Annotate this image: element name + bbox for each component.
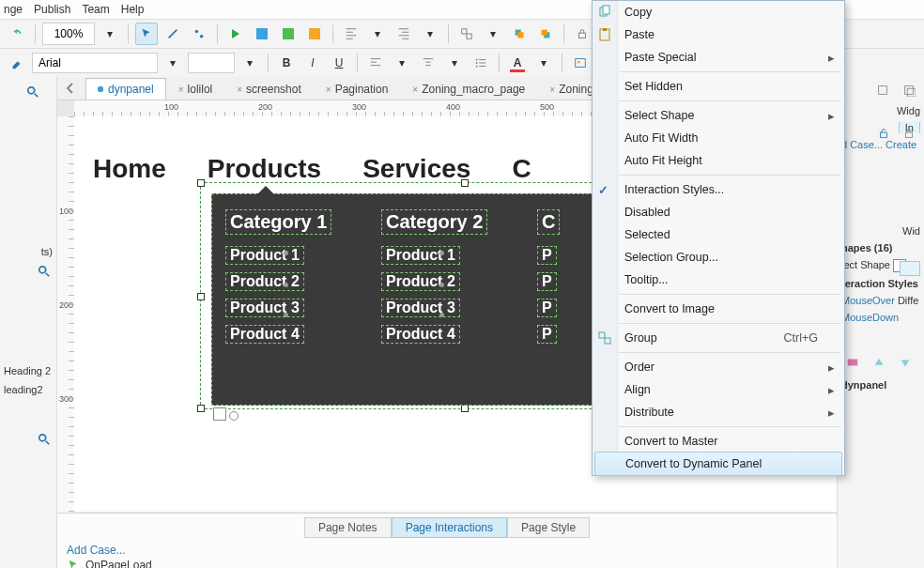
cm-selected[interactable]: Selected (593, 223, 844, 246)
zoom-dropdown-icon[interactable]: ▾ (99, 23, 121, 45)
bottom-tab-notes[interactable]: Page Notes (304, 517, 392, 538)
cm-select-shape[interactable]: Select Shape▸ (593, 104, 844, 127)
lock-open-icon[interactable] (872, 122, 895, 145)
distribute-icon[interactable]: ▾ (419, 23, 441, 45)
ungroup-icon[interactable]: ▾ (482, 23, 504, 45)
shapes-label: hapes (16) (841, 242, 892, 253)
search-icon[interactable] (38, 265, 51, 278)
widget-header: Widg (841, 105, 920, 116)
cm-group[interactable]: GroupCtrl+G (593, 327, 844, 349)
tool-orange-icon[interactable] (303, 23, 326, 45)
mouseover-link[interactable]: MouseOver (841, 295, 895, 306)
svg-rect-13 (576, 59, 586, 68)
category-label: Category 2 (381, 209, 487, 235)
font-family-input[interactable] (32, 53, 158, 73)
svg-point-0 (195, 30, 199, 34)
cm-copy[interactable]: Copy (593, 1, 844, 23)
group-icon[interactable] (455, 23, 478, 45)
mousedown-link[interactable]: MouseDown (841, 312, 899, 323)
panel-down-icon[interactable] (894, 351, 916, 374)
italic-icon[interactable]: I (301, 52, 324, 74)
cm-autofit-height[interactable]: Auto Fit Height (593, 149, 844, 172)
paint-icon[interactable] (6, 52, 28, 74)
cm-disabled[interactable]: Disabled (593, 201, 844, 223)
font-dropdown-icon[interactable]: ▾ (162, 52, 184, 74)
font-color-icon[interactable]: A (506, 52, 529, 74)
cm-align[interactable]: Align▸ (593, 378, 844, 401)
svg-rect-5 (517, 32, 523, 38)
text-align-drop-icon[interactable]: ▾ (391, 52, 413, 74)
bottom-tab-interactions[interactable]: Page Interactions (392, 517, 507, 538)
svg-point-15 (28, 87, 35, 94)
tool-green-icon[interactable] (277, 23, 300, 45)
menu-item-publish[interactable]: Publish (34, 3, 70, 16)
search-icon[interactable] (38, 433, 51, 446)
cm-convert-master[interactable]: Convert to Master (593, 430, 844, 453)
text-align-left-icon[interactable] (364, 52, 387, 74)
align-left-icon[interactable] (340, 23, 362, 45)
product-label: Product 1 (225, 246, 304, 265)
cm-interaction-styles[interactable]: ✓Interaction Styles... (593, 178, 844, 201)
product-label: P (537, 246, 557, 265)
bullets-icon[interactable] (470, 52, 492, 74)
image-tool-icon[interactable] (569, 52, 592, 74)
back-icon[interactable] (534, 23, 557, 45)
menu-item[interactable]: nge (4, 3, 23, 16)
cm-order[interactable]: Order▸ (593, 356, 844, 378)
menu-item-help[interactable]: Help (121, 3, 145, 16)
valign-top-icon[interactable] (417, 52, 439, 74)
add-case-link[interactable]: Add Case... (67, 544, 827, 557)
cm-convert-image[interactable]: Convert to Image (593, 298, 844, 320)
svg-rect-22 (880, 132, 886, 137)
product-label: Product 2 (381, 272, 460, 291)
play-icon[interactable] (224, 23, 247, 45)
zoom-input[interactable] (42, 23, 95, 45)
select-mode-icon[interactable] (135, 23, 158, 45)
tab-dynpanel[interactable]: dynpanel (85, 78, 166, 100)
dock-icon[interactable] (898, 79, 920, 101)
left-dock: ts) Heading 2 leading2 (0, 77, 57, 568)
font-color-drop-icon[interactable]: ▾ (532, 52, 555, 74)
panel-up-icon[interactable] (868, 351, 890, 374)
nav-services: Services (362, 154, 470, 184)
font-size-dropdown-icon[interactable]: ▾ (239, 52, 261, 74)
search-icon[interactable] (26, 85, 39, 99)
color-swatch[interactable] (900, 261, 920, 276)
cm-set-hidden[interactable]: Set Hidden (593, 75, 844, 98)
bold-icon[interactable]: B (275, 52, 298, 74)
front-icon[interactable] (508, 23, 531, 45)
footnote-icon (229, 411, 239, 421)
cm-autofit-width[interactable]: Auto Fit Width (593, 127, 844, 149)
valign-drop-icon[interactable]: ▾ (443, 52, 466, 74)
bottom-tab-style[interactable]: Page Style (507, 517, 590, 538)
tab-nav-left-icon[interactable] (63, 81, 78, 96)
tab-zoning-page[interactable]: ×Zoning_macro_page (400, 78, 537, 100)
cm-tooltip[interactable]: Tooltip... (593, 269, 844, 291)
svg-point-10 (476, 59, 478, 61)
category-label: C (537, 209, 560, 235)
cm-distribute[interactable]: Distribute▸ (593, 401, 844, 423)
lock-closed-icon[interactable] (898, 122, 920, 145)
svg-point-14 (578, 61, 580, 64)
dock-icon[interactable] (871, 79, 894, 101)
lock-icon[interactable] (571, 23, 593, 45)
bottom-panel: Page Notes Page Interactions Page Style … (57, 513, 837, 568)
cm-selection-group[interactable]: Selection Group... (593, 246, 844, 269)
undo-icon[interactable] (6, 23, 28, 45)
cm-paste-special[interactable]: Paste Special▸ (593, 46, 844, 69)
tab-screenshot[interactable]: ×screenshot (224, 78, 314, 100)
point-mode-icon[interactable] (188, 23, 210, 45)
tool-blue-icon[interactable] (251, 23, 273, 45)
cm-paste[interactable]: Paste (593, 23, 844, 46)
product-label: P (537, 325, 557, 344)
align-right-icon[interactable] (393, 23, 415, 45)
menu-item-team[interactable]: Team (82, 3, 109, 16)
font-size-input[interactable] (188, 53, 235, 73)
cm-convert-dynamic-panel[interactable]: Convert to Dynamic Panel (594, 452, 842, 476)
underline-icon[interactable]: U (328, 52, 350, 74)
tab-pagination[interactable]: ×Pagination (314, 78, 401, 100)
tab-lolilol[interactable]: ×lolilol (166, 78, 225, 100)
connector-mode-icon[interactable] (162, 23, 184, 45)
align-center-icon[interactable]: ▾ (366, 23, 389, 45)
svg-rect-29 (605, 338, 610, 344)
